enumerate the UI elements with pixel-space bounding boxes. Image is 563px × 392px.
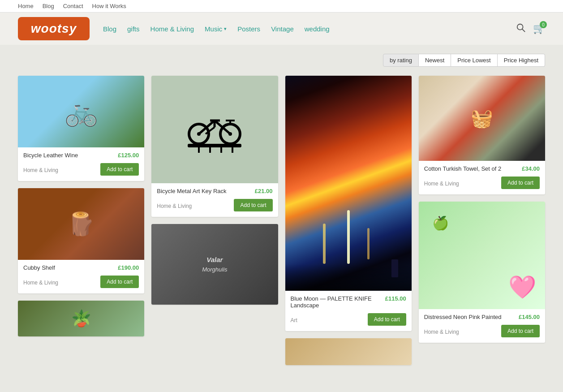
product-card	[285, 338, 412, 365]
main-content: by rating Newest Price Lowest Price High…	[0, 45, 563, 374]
header-right: 🛒 0	[516, 23, 545, 35]
product-card: 🪵 Cubby Shelf £190.00 Home & Living Add …	[18, 188, 144, 293]
product-title: Bicycle Metal Art Key Rack	[157, 188, 226, 194]
add-to-cart-button[interactable]: Add to cart	[100, 163, 139, 176]
product-category: Home & Living	[157, 203, 192, 209]
topbar-how-it-works[interactable]: How it Works	[92, 3, 126, 9]
topbar-contact[interactable]: Contact	[63, 3, 83, 9]
product-image: 🚲	[18, 76, 144, 147]
shirt-text-line1: Valar	[202, 255, 227, 265]
product-price: £145.00	[519, 314, 540, 320]
svg-line-1	[522, 29, 525, 31]
product-info: Blue Moon — PALETTE KNIFE Landscape £115…	[285, 291, 412, 331]
sort-price-lowest[interactable]: Price Lowest	[451, 54, 497, 67]
search-icon	[516, 23, 526, 33]
sort-bar: by rating Newest Price Lowest Price High…	[18, 54, 545, 67]
sort-newest[interactable]: Newest	[419, 54, 451, 67]
product-card: Blue Moon — PALETTE KNIFE Landscape £115…	[285, 76, 412, 331]
top-bar: Home Blog Contact How it Works	[0, 0, 563, 13]
nav-music[interactable]: Music	[205, 25, 227, 33]
product-card: 🧺 Cotton Turkish Towel, Set of 2 £34.00 …	[419, 76, 545, 194]
topbar-home[interactable]: Home	[18, 3, 34, 9]
add-to-cart-button[interactable]: Add to cart	[234, 199, 272, 211]
product-info: Distressed Neon Pink Painted £145.00 Hom…	[419, 309, 545, 343]
main-nav: Blog gifts Home & Living Music Posters V…	[103, 25, 503, 33]
product-title: Bicycle Leather Wine	[23, 152, 78, 159]
nav-gifts[interactable]: gifts	[127, 25, 140, 33]
nav-blog[interactable]: Blog	[103, 25, 116, 33]
add-to-cart-button[interactable]: Add to cart	[100, 276, 139, 288]
logo[interactable]: wootsy	[18, 17, 90, 40]
product-title: Cotton Turkish Towel, Set of 2	[424, 165, 501, 172]
product-image: 🧺	[419, 76, 545, 161]
product-price: £190.00	[118, 264, 139, 271]
product-card: Valar Morghulis	[151, 224, 278, 305]
product-category: Art	[291, 317, 297, 323]
product-price: £125.00	[118, 152, 139, 159]
sort-price-highest[interactable]: Price Highest	[498, 54, 545, 67]
product-image	[285, 338, 412, 365]
product-card: Bicycle Metal Art Key Rack £21.00 Home &…	[151, 76, 278, 217]
product-image: 🪴	[18, 301, 144, 336]
product-card: 🚲 Bicycle Leather Wine £125.00 Home & Li…	[18, 76, 144, 181]
product-info: Bicycle Leather Wine £125.00 Home & Livi…	[18, 147, 144, 181]
bike-rack-icon	[179, 103, 250, 156]
nav-vintage[interactable]: Vintage	[271, 25, 294, 33]
product-grid: 🚲 Bicycle Leather Wine £125.00 Home & Li…	[18, 76, 545, 365]
product-card: 🪴	[18, 301, 144, 336]
svg-point-0	[517, 24, 523, 30]
product-title: Blue Moon — PALETTE KNIFE Landscape	[291, 295, 385, 309]
nav-posters[interactable]: Posters	[237, 25, 260, 33]
product-category: Home & Living	[424, 329, 459, 335]
nav-home-living[interactable]: Home & Living	[150, 25, 194, 33]
product-image: Valar Morghulis	[151, 224, 278, 305]
apple-icon: 🍏	[432, 215, 449, 231]
pink-hook-icon: 🩷	[508, 274, 536, 300]
product-price: £115.00	[385, 295, 406, 302]
shelf-icon: 🪵	[67, 211, 95, 237]
header: wootsy Blog gifts Home & Living Music Po…	[0, 13, 563, 45]
product-image: 🪵	[18, 188, 144, 260]
add-to-cart-button[interactable]: Add to cart	[501, 177, 540, 189]
cart-button[interactable]: 🛒 0	[533, 23, 545, 34]
pots-icon: 🪴	[71, 309, 91, 328]
bike-icon: 🚲	[64, 96, 98, 128]
svg-line-6	[199, 121, 215, 134]
product-info: Bicycle Metal Art Key Rack £21.00 Home &…	[151, 183, 278, 217]
add-to-cart-button[interactable]: Add to cart	[368, 313, 406, 326]
nav-wedding[interactable]: wedding	[305, 25, 330, 33]
svg-line-7	[215, 121, 230, 134]
product-title: Distressed Neon Pink Painted	[424, 314, 502, 320]
svg-rect-13	[188, 144, 241, 147]
sort-by-rating[interactable]: by rating	[383, 54, 419, 67]
product-category: Home & Living	[23, 167, 58, 173]
product-price: £21.00	[255, 188, 273, 194]
product-info: Cotton Turkish Towel, Set of 2 £34.00 Ho…	[419, 161, 545, 194]
product-image	[285, 76, 412, 291]
search-button[interactable]	[516, 23, 526, 35]
shirt-text-line2: Morghulis	[202, 265, 227, 274]
topbar-blog[interactable]: Blog	[43, 3, 54, 9]
product-image	[151, 76, 278, 183]
cart-badge: 0	[540, 21, 547, 28]
add-to-cart-button[interactable]: Add to cart	[501, 325, 540, 337]
product-category: Home & Living	[23, 280, 58, 286]
product-card: 🩷 🍏 Distressed Neon Pink Painted £145.00…	[419, 202, 545, 343]
product-info: Cubby Shelf £190.00 Home & Living Add to…	[18, 260, 144, 293]
towel-icon: 🧺	[471, 108, 493, 129]
product-image: 🩷 🍏	[419, 202, 545, 309]
product-price: £34.00	[522, 165, 540, 172]
product-title: Cubby Shelf	[23, 264, 55, 271]
product-category: Home & Living	[424, 181, 459, 187]
